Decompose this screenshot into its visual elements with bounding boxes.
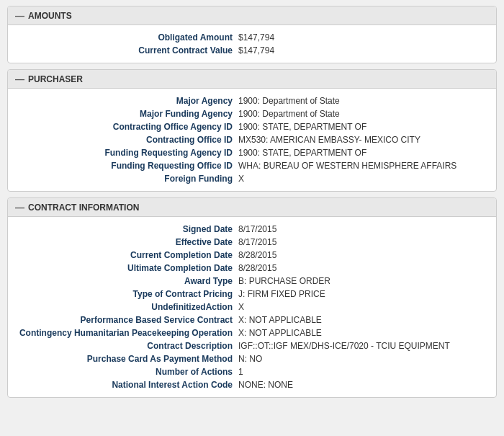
- amounts-header: — AMOUNTS: [8, 6, 496, 25]
- table-row: Signed Date8/17/2015: [8, 223, 496, 236]
- amounts-section: — AMOUNTS Obligated Amount$147,794Curren…: [7, 6, 497, 63]
- field-label: Performance Based Service Contract: [8, 315, 238, 325]
- field-value: X: NOT APPLICABLE: [238, 315, 496, 325]
- field-label: Purchase Card As Payment Method: [8, 354, 238, 364]
- field-value: MX530: AMERICAN EMBASSY- MEXICO CITY: [238, 135, 496, 145]
- table-row: Contract DescriptionIGF::OT::IGF MEX/DHS…: [8, 339, 496, 352]
- field-label: Funding Requesting Office ID: [8, 161, 238, 171]
- field-label: National Interest Action Code: [8, 380, 238, 390]
- table-row: Number of Actions1: [8, 365, 496, 378]
- purchaser-section: — PURCHASER Major Agency1900: Department…: [7, 69, 497, 192]
- table-row: Award TypeB: PURCHASE ORDER: [8, 275, 496, 288]
- field-value: NONE: NONE: [238, 380, 496, 390]
- field-value: WHA: BUREAU OF WESTERN HEMISPHERE AFFAIR…: [238, 161, 496, 171]
- amounts-title: AMOUNTS: [28, 11, 72, 21]
- field-value: 8/28/2015: [238, 250, 496, 260]
- field-value: 1: [238, 367, 496, 377]
- field-value: X: [238, 174, 496, 184]
- field-label: Major Agency: [8, 96, 238, 106]
- table-row: Funding Requesting Office IDWHA: BUREAU …: [8, 159, 496, 172]
- field-value: $147,794: [238, 45, 496, 55]
- table-row: Performance Based Service ContractX: NOT…: [8, 313, 496, 326]
- table-row: Current Contract Value$147,794: [8, 44, 496, 57]
- field-label: Number of Actions: [8, 367, 238, 377]
- table-row: Ultimate Completion Date8/28/2015: [8, 262, 496, 275]
- table-row: Contracting Office IDMX530: AMERICAN EMB…: [8, 133, 496, 146]
- field-label: Contract Description: [8, 341, 238, 351]
- table-row: UndefinitizedActionX: [8, 301, 496, 313]
- field-value: X: [238, 302, 496, 312]
- contract-info-content: Signed Date8/17/2015Effective Date8/17/2…: [8, 217, 496, 397]
- field-label: Award Type: [8, 276, 238, 286]
- table-row: Contingency Humanitarian Peacekeeping Op…: [8, 326, 496, 339]
- field-value: 8/28/2015: [238, 263, 496, 273]
- contract-info-section: — CONTRACT INFORMATION Signed Date8/17/2…: [7, 197, 497, 398]
- field-value: 1900: STATE, DEPARTMENT OF: [238, 148, 496, 158]
- purchaser-header: — PURCHASER: [8, 70, 496, 89]
- purchaser-content: Major Agency1900: Department of StateMaj…: [8, 89, 496, 191]
- field-label: Funding Requesting Agency ID: [8, 148, 238, 158]
- field-value: 1900: STATE, DEPARTMENT OF: [238, 122, 496, 132]
- field-value: 1900: Department of State: [238, 96, 496, 106]
- table-row: Type of Contract PricingJ: FIRM FIXED PR…: [8, 288, 496, 301]
- amounts-dash: —: [15, 10, 24, 21]
- field-label: Ultimate Completion Date: [8, 263, 238, 273]
- table-row: Obligated Amount$147,794: [8, 31, 496, 44]
- field-label: UndefinitizedAction: [8, 302, 238, 312]
- contract-info-header: — CONTRACT INFORMATION: [8, 198, 496, 217]
- field-value: 1900: Department of State: [238, 109, 496, 119]
- table-row: Funding Requesting Agency ID1900: STATE,…: [8, 146, 496, 159]
- contract-dash: —: [15, 202, 24, 213]
- purchaser-title: PURCHASER: [28, 74, 83, 84]
- field-value: B: PURCHASE ORDER: [238, 276, 496, 286]
- field-label: Effective Date: [8, 237, 238, 247]
- field-label: Major Funding Agency: [8, 109, 238, 119]
- field-value: N: NO: [238, 354, 496, 364]
- field-value: IGF::OT::IGF MEX/DHS-ICE/7020 - TCIU EQU…: [238, 341, 496, 351]
- field-label: Contracting Office ID: [8, 135, 238, 145]
- table-row: Major Funding Agency1900: Department of …: [8, 107, 496, 120]
- field-label: Signed Date: [8, 224, 238, 234]
- field-value: 8/17/2015: [238, 237, 496, 247]
- amounts-content: Obligated Amount$147,794Current Contract…: [8, 25, 496, 63]
- table-row: Foreign FundingX: [8, 172, 496, 185]
- field-value: J: FIRM FIXED PRICE: [238, 289, 496, 299]
- table-row: National Interest Action CodeNONE: NONE: [8, 378, 496, 391]
- field-label: Contracting Office Agency ID: [8, 122, 238, 132]
- field-label: Obligated Amount: [8, 32, 238, 43]
- table-row: Current Completion Date8/28/2015: [8, 249, 496, 262]
- field-label: Contingency Humanitarian Peacekeeping Op…: [8, 328, 238, 338]
- table-row: Effective Date8/17/2015: [8, 236, 496, 249]
- table-row: Major Agency1900: Department of State: [8, 94, 496, 107]
- field-label: Current Completion Date: [8, 250, 238, 260]
- field-label: Current Contract Value: [8, 45, 238, 55]
- field-value: 8/17/2015: [238, 224, 496, 234]
- field-label: Type of Contract Pricing: [8, 289, 238, 299]
- field-value: $147,794: [238, 32, 496, 43]
- field-label: Foreign Funding: [8, 174, 238, 184]
- purchaser-dash: —: [15, 74, 24, 84]
- contract-info-title: CONTRACT INFORMATION: [28, 203, 139, 213]
- field-value: X: NOT APPLICABLE: [238, 328, 496, 338]
- table-row: Contracting Office Agency ID1900: STATE,…: [8, 120, 496, 133]
- table-row: Purchase Card As Payment MethodN: NO: [8, 352, 496, 365]
